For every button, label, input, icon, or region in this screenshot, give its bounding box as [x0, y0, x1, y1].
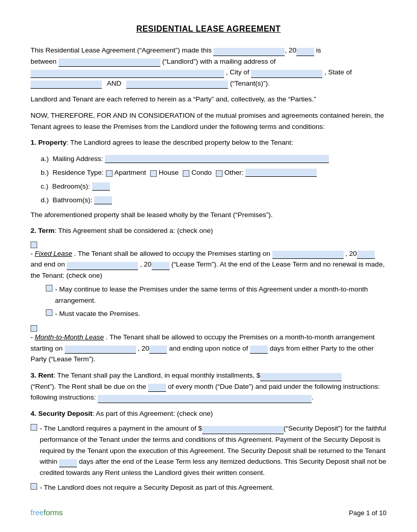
consideration-paragraph: NOW, THEREFORE, FOR AND IN CONSIDERATION… [31, 110, 386, 132]
property-row-bathrooms: d.) Bathroom(s): [41, 195, 386, 206]
security-amount-field[interactable] [202, 426, 284, 434]
tenant-name-field[interactable] [126, 81, 228, 89]
property-row-address: a.) Mailing Address: [41, 153, 386, 165]
month-start-date-field[interactable] [65, 345, 136, 354]
intro-paragraph: This Residential Lease Agreement (“Agree… [31, 45, 386, 89]
page-number: Page 1 of 10 [349, 509, 386, 517]
section4-header: 4. Security Deposit: As part of this Agr… [31, 408, 386, 419]
fixed-lease-checkbox[interactable] [31, 242, 37, 248]
fixed-start-date-field[interactable] [272, 251, 344, 259]
document-title: RESIDENTIAL LEASE AGREEMENT [31, 24, 386, 34]
fixed-start-year-field[interactable] [357, 251, 375, 259]
premises-closing: The aforementioned property shall be lea… [31, 209, 386, 221]
month-start-year-field[interactable] [149, 345, 167, 354]
brand-forms: forms [44, 508, 63, 517]
notice-days-field[interactable] [250, 345, 268, 354]
brand-free: free [31, 508, 44, 517]
security-deposit-not-required-item: - The Landlord does not require a Securi… [31, 482, 386, 493]
security-not-required-checkbox[interactable] [31, 483, 37, 490]
mailing-address-field[interactable] [31, 70, 224, 78]
brand-logo: freeforms [31, 508, 63, 517]
property-mailing-address-field[interactable] [105, 155, 329, 163]
other-type-field[interactable] [245, 169, 317, 177]
parties-paragraph: Landlord and Tenant are each referred to… [31, 94, 386, 105]
month-lease-item: - Month-to-Month Lease . The Tenant shal… [31, 324, 386, 365]
bedrooms-field[interactable] [92, 182, 110, 191]
fixed-end-year-field[interactable] [152, 262, 170, 270]
state-field[interactable] [31, 81, 102, 89]
property-details: a.) Mailing Address: b.) Residence Type:… [41, 153, 386, 206]
section3-paragraph: 3. Rent: The Tenant shall pay the Landlo… [31, 370, 386, 403]
condo-checkbox[interactable] [183, 170, 189, 177]
page: RESIDENTIAL LEASE AGREEMENT This Residen… [0, 0, 417, 532]
bathrooms-field[interactable] [94, 196, 112, 204]
month-lease-checkbox[interactable] [31, 325, 37, 332]
other-checkbox[interactable] [216, 170, 223, 177]
section1-heading: 1. Property [31, 139, 67, 146]
security-required-checkbox[interactable] [31, 424, 37, 431]
date-field[interactable] [213, 48, 285, 56]
year-field[interactable] [296, 48, 314, 56]
section2-header: 2. Term: This Agreement shall be conside… [31, 225, 386, 236]
intro-line1-pre: This Residential Lease Agreement (“Agree… [31, 46, 212, 54]
fixed-sub2-item: - Must vacate the Premises. [46, 308, 386, 320]
fixed-end-date-field[interactable] [67, 262, 138, 270]
fixed-lease-item: - Fixed Lease . The Tenant shall be allo… [31, 241, 386, 281]
section1-header: 1. Property: The Landlord agrees to leas… [31, 137, 386, 148]
fixed-sub1-item: - May continue to lease the Premises und… [46, 284, 386, 306]
house-checkbox[interactable] [150, 170, 157, 177]
section2-heading: 2. Term [31, 227, 54, 234]
payment-instructions-field[interactable] [98, 395, 312, 403]
section3-heading: 3. Rent [31, 371, 53, 379]
section4-heading: 4. Security Deposit [31, 410, 93, 417]
return-days-field[interactable] [59, 459, 77, 467]
security-deposit-required-item: - The Landlord requires a payment in the… [31, 423, 386, 478]
footer: freeforms Page 1 of 10 [31, 508, 386, 517]
rent-amount-field[interactable] [260, 373, 342, 381]
property-row-bedrooms: c.) Bedroom(s): [41, 181, 386, 193]
due-date-field[interactable] [148, 384, 166, 392]
city-field[interactable] [251, 70, 322, 78]
vacate-checkbox[interactable] [46, 309, 52, 316]
continue-lease-checkbox[interactable] [46, 285, 52, 291]
apartment-checkbox[interactable] [106, 170, 113, 177]
property-row-residence: b.) Residence Type: Apartment House Cond… [41, 167, 386, 179]
landlord-name-field[interactable] [59, 59, 160, 67]
